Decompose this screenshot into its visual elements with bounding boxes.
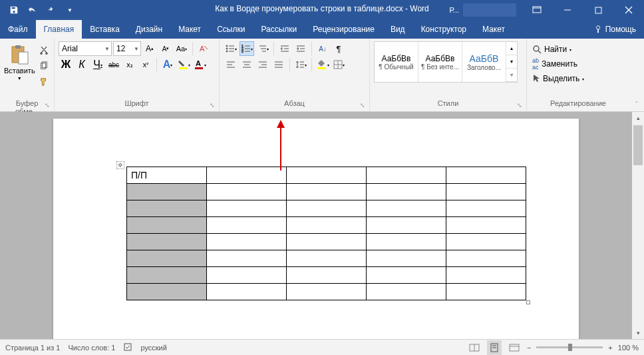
gallery-up-button[interactable]: ▴: [506, 42, 517, 55]
increase-indent-button[interactable]: [293, 41, 308, 56]
line-spacing-button[interactable]: ▾: [293, 57, 308, 72]
table-resize-handle[interactable]: [526, 300, 530, 304]
paragraph-group-label: Абзац: [224, 99, 365, 111]
table-row: [127, 234, 526, 250]
vertical-scrollbar[interactable]: ▴ ▾: [632, 112, 644, 339]
tab-references[interactable]: Ссылки: [209, 20, 253, 39]
paste-button[interactable]: Вставить ▼: [4, 41, 35, 91]
table-row: [127, 267, 526, 284]
select-button[interactable]: Выделить▾: [531, 72, 585, 85]
status-bar: Страница 1 из 1 Число слов: 1 русский − …: [0, 339, 644, 355]
svg-point-56: [534, 46, 539, 51]
zoom-in-button[interactable]: +: [608, 344, 612, 352]
table-row: [127, 250, 526, 267]
print-layout-button[interactable]: [487, 340, 502, 355]
tab-layout[interactable]: Макет: [170, 20, 209, 39]
gallery-more-button[interactable]: ▿: [506, 69, 517, 82]
styles-gallery[interactable]: АаБбВв ¶ Обычный АаБбВв ¶ Без инте... Аа…: [374, 41, 518, 83]
tab-file[interactable]: Файл: [0, 20, 36, 39]
multilevel-list-button[interactable]: ▾: [255, 41, 270, 56]
table-header-cell[interactable]: П/П: [127, 167, 207, 184]
align-right-button[interactable]: [255, 57, 270, 72]
sort-button[interactable]: A↓: [315, 41, 330, 56]
zoom-slider[interactable]: [536, 346, 603, 348]
document-table[interactable]: П/П: [126, 167, 526, 300]
format-painter-button[interactable]: [37, 75, 51, 89]
scroll-down-button[interactable]: ▾: [632, 327, 644, 339]
font-name-combo[interactable]: Arial▼: [59, 41, 112, 56]
show-marks-button[interactable]: ¶: [331, 41, 346, 56]
qat-customize-button[interactable]: ▼: [61, 1, 79, 19]
tab-view[interactable]: Вид: [383, 20, 413, 39]
tab-table-design[interactable]: Конструктор: [413, 20, 474, 39]
style-heading1[interactable]: АаБбВ Заголово...: [462, 42, 506, 82]
language-indicator[interactable]: русский: [140, 344, 166, 352]
font-launcher[interactable]: ⤡: [210, 102, 218, 110]
tab-insert[interactable]: Вставка: [82, 20, 128, 39]
user-badge[interactable]: [463, 3, 516, 17]
close-button[interactable]: [613, 0, 644, 20]
copy-button[interactable]: [37, 59, 51, 73]
strikethrough-button[interactable]: abc: [106, 57, 121, 72]
tab-table-layout[interactable]: Макет: [474, 20, 513, 39]
subscript-button[interactable]: x₂: [122, 57, 137, 72]
word-count[interactable]: Число слов: 1: [68, 344, 115, 352]
zoom-level[interactable]: 100 %: [618, 344, 639, 352]
borders-button[interactable]: ▾: [331, 57, 346, 72]
bullets-button[interactable]: ▾: [224, 41, 238, 56]
svg-point-6: [596, 26, 599, 29]
tab-home[interactable]: Главная: [36, 20, 82, 39]
table-move-handle[interactable]: ✥: [116, 161, 124, 169]
italic-button[interactable]: К: [75, 57, 89, 72]
svg-rect-9: [19, 52, 28, 64]
web-layout-button[interactable]: [507, 340, 522, 355]
user-initial[interactable]: Р...: [446, 6, 463, 14]
tab-review[interactable]: Рецензирование: [305, 20, 383, 39]
scroll-thumb[interactable]: [633, 125, 643, 165]
superscript-button[interactable]: x²: [138, 57, 153, 72]
align-center-button[interactable]: [240, 57, 254, 72]
shading-button[interactable]: ▾: [315, 57, 330, 72]
styles-launcher[interactable]: ⤡: [517, 102, 525, 110]
ribbon-options-button[interactable]: [522, 0, 552, 20]
grow-font-button[interactable]: A▴: [142, 41, 157, 56]
maximize-button[interactable]: [583, 0, 613, 20]
minimize-button[interactable]: [552, 0, 583, 20]
clear-formatting-button[interactable]: A: [196, 41, 211, 56]
undo-button[interactable]: [24, 1, 41, 19]
find-button[interactable]: Найти▾: [531, 43, 585, 56]
redo-button[interactable]: [43, 1, 60, 19]
text-effects-button[interactable]: A▾: [160, 57, 175, 72]
document-page[interactable]: ✥ П/П: [53, 119, 579, 339]
numbering-button[interactable]: 123▾: [240, 41, 254, 56]
save-button[interactable]: [5, 1, 23, 19]
collapse-ribbon-button[interactable]: ˆ: [629, 39, 644, 111]
paragraph-launcher[interactable]: ⤡: [360, 102, 368, 110]
proofing-icon[interactable]: [123, 342, 132, 353]
zoom-out-button[interactable]: −: [527, 344, 531, 352]
scroll-up-button[interactable]: ▴: [632, 112, 644, 124]
style-no-spacing[interactable]: АаБбВв ¶ Без инте...: [418, 42, 462, 82]
font-size-combo[interactable]: 12▼: [113, 41, 141, 56]
justify-button[interactable]: [271, 57, 286, 72]
tab-mailings[interactable]: Рассылки: [253, 20, 305, 39]
svg-text:A: A: [200, 45, 205, 53]
table-row: [127, 217, 526, 234]
align-left-button[interactable]: [224, 57, 238, 72]
underline-button[interactable]: Ч▾: [90, 57, 105, 72]
highlight-button[interactable]: ▾: [176, 57, 191, 72]
bold-button[interactable]: Ж: [59, 57, 73, 72]
tab-design[interactable]: Дизайн: [128, 20, 170, 39]
style-normal[interactable]: АаБбВв ¶ Обычный: [375, 42, 418, 82]
replace-button[interactable]: abac Заменить: [531, 57, 585, 71]
font-color-button[interactable]: A▾: [192, 57, 207, 72]
shrink-font-button[interactable]: A▾: [158, 41, 173, 56]
read-mode-button[interactable]: [467, 340, 482, 355]
change-case-button[interactable]: Aa▾: [174, 41, 189, 56]
tell-me-search[interactable]: Помощь: [585, 20, 644, 39]
decrease-indent-button[interactable]: [277, 41, 292, 56]
clipboard-launcher[interactable]: ⤡: [45, 102, 53, 110]
page-indicator[interactable]: Страница 1 из 1: [5, 344, 60, 352]
cut-button[interactable]: [37, 43, 51, 57]
gallery-down-button[interactable]: ▾: [506, 55, 517, 69]
